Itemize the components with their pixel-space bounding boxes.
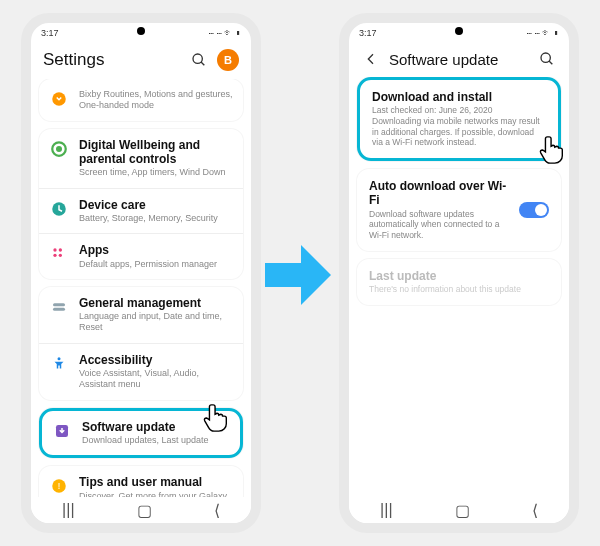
accessibility-icon <box>49 354 69 374</box>
item-title: Download and install <box>372 90 546 104</box>
back-icon[interactable] <box>361 49 381 69</box>
update-icon <box>52 421 72 441</box>
item-sub: Voice Assistant, Visual, Audio, Assistan… <box>79 368 233 391</box>
nav-recent-icon[interactable]: ||| <box>380 501 392 519</box>
card-software-update: Software update Download updates, Last u… <box>39 408 243 459</box>
svg-point-7 <box>59 249 62 252</box>
list-item-wellbeing[interactable]: Digital Wellbeing and parental controls … <box>39 129 243 188</box>
phone-right: 3:17 ⋯ ⋯ ᯤ ▮ Software update Download an… <box>339 13 579 533</box>
camera-hole <box>455 27 463 35</box>
item-sub: Bixby Routines, Motions and gestures, On… <box>79 89 233 112</box>
list-item-device-care[interactable]: Device care Battery, Storage, Memory, Se… <box>39 188 243 234</box>
toggle-auto-download[interactable] <box>519 202 549 218</box>
settings-list: Bixby Routines, Motions and gestures, On… <box>31 79 251 507</box>
item-title: Last update <box>369 269 549 283</box>
update-list: Download and install Last checked on: Ju… <box>349 77 569 505</box>
general-icon <box>49 297 69 317</box>
nav-back-icon[interactable]: ⟨ <box>532 501 538 520</box>
item-title: Device care <box>79 198 233 212</box>
item-sub: There's no information about this update <box>369 284 549 295</box>
item-sub: Last checked on: June 26, 2020 Downloadi… <box>372 105 546 148</box>
list-item-accessibility[interactable]: Accessibility Voice Assistant, Visual, A… <box>39 343 243 400</box>
card: Auto download over Wi-Fi Download softwa… <box>357 169 561 251</box>
list-item-general[interactable]: General management Language and input, D… <box>39 287 243 343</box>
list-item-download-install[interactable]: Download and install Last checked on: Ju… <box>360 80 558 158</box>
svg-line-19 <box>549 61 552 64</box>
item-title: Tips and user manual <box>79 475 233 489</box>
page-title: Settings <box>43 50 181 70</box>
nav-home-icon[interactable]: ▢ <box>137 501 152 520</box>
avatar[interactable]: B <box>217 49 239 71</box>
item-title: General management <box>79 296 233 310</box>
item-title: Accessibility <box>79 353 233 367</box>
card: Bixby Routines, Motions and gestures, On… <box>39 79 243 121</box>
svg-point-6 <box>53 249 56 252</box>
svg-text:!: ! <box>58 481 61 491</box>
card: General management Language and input, D… <box>39 287 243 400</box>
svg-point-18 <box>541 53 550 62</box>
item-title: Apps <box>79 243 233 257</box>
svg-point-12 <box>58 357 61 360</box>
svg-rect-11 <box>53 308 65 311</box>
camera-hole <box>137 27 145 35</box>
status-time: 3:17 <box>359 28 377 38</box>
item-sub: Default apps, Permission manager <box>79 259 233 270</box>
nav-bar: ||| ▢ ⟨ <box>31 497 251 523</box>
svg-point-9 <box>59 254 62 257</box>
item-sub: Screen time, App timers, Wind Down <box>79 167 233 178</box>
item-title: Auto download over Wi-Fi <box>369 179 509 208</box>
tips-icon: ! <box>49 476 69 496</box>
item-sub: Battery, Storage, Memory, Security <box>79 213 233 224</box>
device-care-icon <box>49 199 69 219</box>
svg-line-1 <box>201 62 204 65</box>
update-header: Software update <box>349 43 569 77</box>
svg-rect-10 <box>53 303 65 306</box>
page-title: Software update <box>389 51 529 68</box>
item-sub: Language and input, Date and time, Reset <box>79 311 233 334</box>
nav-bar: ||| ▢ ⟨ <box>349 497 569 523</box>
search-icon[interactable] <box>537 49 557 69</box>
nav-recent-icon[interactable]: ||| <box>62 501 74 519</box>
bixby-icon <box>49 89 69 109</box>
item-title: Digital Wellbeing and parental controls <box>79 138 233 167</box>
phone-left: 3:17 ⋯ ⋯ ᯤ ▮ Settings B Bixby Routines, … <box>21 13 261 533</box>
card: Digital Wellbeing and parental controls … <box>39 129 243 279</box>
item-sub: Download software updates automatically … <box>369 209 509 241</box>
status-icons: ⋯ ⋯ ᯤ ▮ <box>527 28 559 38</box>
status-icons: ⋯ ⋯ ᯤ ▮ <box>209 28 241 38</box>
nav-home-icon[interactable]: ▢ <box>455 501 470 520</box>
settings-header: Settings B <box>31 43 251 79</box>
search-icon[interactable] <box>189 50 209 70</box>
apps-icon <box>49 244 69 264</box>
svg-point-0 <box>193 54 202 63</box>
item-title: Software update <box>82 420 230 434</box>
wellbeing-icon <box>49 139 69 159</box>
svg-point-4 <box>56 146 62 152</box>
list-item-auto-download[interactable]: Auto download over Wi-Fi Download softwa… <box>357 169 561 251</box>
svg-point-8 <box>53 254 56 257</box>
nav-back-icon[interactable]: ⟨ <box>214 501 220 520</box>
card-download-install: Download and install Last checked on: Ju… <box>357 77 561 161</box>
item-sub: Download updates, Last update <box>82 435 230 446</box>
list-item-bixby[interactable]: Bixby Routines, Motions and gestures, On… <box>39 79 243 121</box>
list-item-apps[interactable]: Apps Default apps, Permission manager <box>39 233 243 279</box>
status-time: 3:17 <box>41 28 59 38</box>
list-item-software-update[interactable]: Software update Download updates, Last u… <box>42 411 240 456</box>
card: Last update There's no information about… <box>357 259 561 305</box>
arrow-icon <box>265 233 335 313</box>
list-item-last-update: Last update There's no information about… <box>357 259 561 305</box>
